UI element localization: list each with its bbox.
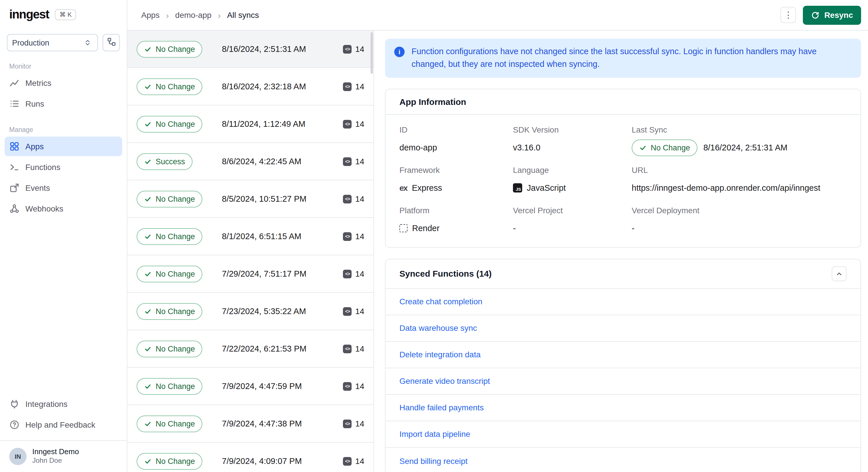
- sync-status-cell: No Change: [136, 378, 222, 395]
- check-icon: [144, 457, 152, 465]
- app-information-grid: ID demo-app SDK Version v3.16.0 Last Syn…: [385, 115, 861, 247]
- sidebar-item-metrics[interactable]: Metrics: [5, 73, 122, 93]
- sidebar-item-apps[interactable]: Apps: [5, 136, 122, 156]
- synced-function-link[interactable]: Handle failed payments: [385, 395, 861, 421]
- functions-count-icon: <>: [343, 419, 352, 428]
- user-name: Inngest Demo: [32, 447, 79, 457]
- content: No Change 8/16/2024, 2:51:31 AM <> 14 No…: [127, 31, 868, 472]
- more-options-button[interactable]: ⋮: [780, 7, 796, 23]
- collapse-button[interactable]: [832, 266, 847, 281]
- chevron-up-icon: [835, 270, 843, 278]
- environment-settings-button[interactable]: [102, 34, 120, 51]
- kebab-icon: ⋮: [784, 10, 793, 20]
- sidebar-footer-nav: Integrations Help and Feedback: [0, 394, 127, 440]
- sync-status-badge: No Change: [136, 41, 203, 57]
- synced-functions-list: Create chat completion Data warehouse sy…: [385, 288, 861, 472]
- sync-list-item[interactable]: No Change 7/9/2024, 4:47:38 PM <> 14: [127, 405, 373, 443]
- last-sync-status-badge: No Change: [632, 139, 698, 156]
- sync-timestamp: 8/16/2024, 2:51:31 AM: [222, 44, 306, 54]
- app-url: https://inngest-demo-app.onrender.com/ap…: [632, 180, 840, 196]
- sync-status-cell: No Change: [136, 78, 222, 95]
- sync-list-item[interactable]: No Change 8/11/2024, 1:12:49 AM <> 14: [127, 105, 373, 143]
- sync-status-badge: No Change: [136, 228, 203, 245]
- functions-count-value: 14: [355, 269, 364, 278]
- sync-list-item[interactable]: No Change 7/9/2024, 4:47:59 PM <> 14: [127, 368, 373, 405]
- resync-label: Resync: [824, 10, 853, 20]
- functions-count-value: 14: [355, 307, 364, 316]
- functions-count-icon: <>: [343, 232, 352, 241]
- sidebar-item-help-and-feedback[interactable]: Help and Feedback: [5, 415, 122, 434]
- sidebar-item-integrations[interactable]: Integrations: [5, 394, 122, 413]
- sync-list-item[interactable]: No Change 8/16/2024, 2:51:31 AM <> 14: [127, 31, 373, 68]
- synced-function-link[interactable]: Create chat completion: [385, 288, 861, 315]
- sync-status-cell: No Change: [136, 116, 222, 132]
- sync-status-label: No Change: [156, 232, 195, 241]
- user-profile[interactable]: IN Inngest Demo John Doe: [0, 440, 127, 472]
- integrations-icon: [9, 399, 20, 409]
- synced-function-link[interactable]: Import data pipeline: [385, 421, 861, 447]
- functions-count-value: 14: [355, 157, 364, 166]
- sync-function-count: <> 14: [343, 119, 364, 128]
- functions-count-value: 14: [355, 344, 364, 353]
- functions-count-icon: <>: [343, 45, 352, 53]
- app-root: inngest ⌘ K Production Monitor: [0, 0, 868, 472]
- sync-list-item[interactable]: No Change 7/22/2024, 6:21:53 PM <> 14: [127, 330, 373, 368]
- sidebar-nav-manage: Apps Functions Events Webhooks: [0, 136, 127, 220]
- sidebar-item-events[interactable]: Events: [5, 178, 122, 198]
- synced-function-name: Generate video transcript: [399, 376, 490, 385]
- sync-timestamp: 8/11/2024, 1:12:49 AM: [222, 119, 306, 128]
- breadcrumb-demo-app[interactable]: demo-app: [175, 10, 212, 20]
- sync-status-label: No Change: [156, 307, 195, 316]
- sync-list-item[interactable]: No Change 8/16/2024, 2:32:18 AM <> 14: [127, 68, 373, 105]
- sync-list-item[interactable]: No Change 7/23/2024, 5:35:22 AM <> 14: [127, 293, 373, 330]
- sidebar-item-functions[interactable]: Functions: [5, 157, 122, 177]
- scrollbar-thumb[interactable]: [371, 32, 373, 74]
- sync-status-label: Success: [156, 157, 185, 166]
- synced-function-name: Send billing receipt: [399, 456, 468, 465]
- command-k-shortcut[interactable]: ⌘ K: [55, 9, 76, 20]
- sync-status-badge: No Change: [136, 78, 203, 95]
- functions-count-icon: <>: [343, 382, 352, 390]
- info-banner-text: Function configurations have not changed…: [411, 45, 852, 71]
- check-icon: [144, 308, 152, 315]
- sync-list-item[interactable]: No Change 8/5/2024, 10:51:27 PM <> 14: [127, 180, 373, 218]
- environment-selector[interactable]: Production: [7, 34, 98, 51]
- sidebar-nav-monitor: Metrics Runs: [0, 73, 127, 115]
- synced-function-name: Delete integration data: [399, 350, 481, 359]
- resync-button[interactable]: Resync: [803, 5, 861, 25]
- sync-list-item[interactable]: Success 8/6/2024, 4:22:45 AM <> 14: [127, 143, 373, 180]
- synced-function-name: Data warehouse sync: [399, 323, 477, 333]
- breadcrumb-apps[interactable]: Apps: [141, 10, 160, 20]
- functions-count-icon: <>: [343, 120, 352, 128]
- sync-status-cell: No Change: [136, 415, 222, 432]
- chevron-right-icon: ›: [218, 10, 221, 20]
- sync-function-count: <> 14: [343, 194, 364, 203]
- avatar: IN: [9, 448, 27, 465]
- functions-count-icon: <>: [343, 157, 352, 166]
- synced-function-link[interactable]: Send billing receipt: [385, 447, 861, 472]
- refresh-icon: [811, 11, 819, 19]
- sidebar-head: inngest ⌘ K Production: [0, 0, 127, 51]
- synced-function-link[interactable]: Delete integration data: [385, 342, 861, 368]
- sync-list-item[interactable]: No Change 8/1/2024, 6:51:15 AM <> 14: [127, 218, 373, 255]
- synced-function-link[interactable]: Data warehouse sync: [385, 315, 861, 342]
- sync-function-count: <> 14: [343, 82, 364, 91]
- sidebar-item-runs[interactable]: Runs: [5, 94, 122, 114]
- sync-list-item[interactable]: No Change 7/9/2024, 4:09:07 PM <> 14: [127, 443, 373, 472]
- sync-list-item[interactable]: No Change 7/29/2024, 7:51:17 PM <> 14: [127, 255, 373, 293]
- functions-count-value: 14: [355, 119, 364, 128]
- sync-status-cell: Success: [136, 153, 222, 170]
- express-icon: ex: [399, 183, 407, 192]
- breadcrumb: Apps › demo-app › All syncs: [141, 10, 259, 20]
- sidebar-item-label: Functions: [25, 162, 60, 172]
- topbar: Apps › demo-app › All syncs ⋮ Resync: [127, 0, 868, 31]
- sidebar-item-webhooks[interactable]: Webhooks: [5, 199, 122, 218]
- sync-status-label: No Change: [156, 120, 195, 128]
- info-banner: i Function configurations have not chang…: [385, 39, 861, 77]
- sync-timestamp: 7/9/2024, 4:47:59 PM: [222, 381, 302, 391]
- check-icon: [144, 83, 152, 90]
- synced-functions-card: Synced Functions (14) Create chat comple…: [385, 258, 861, 472]
- functions-count-icon: <>: [343, 344, 352, 353]
- section-label-manage: Manage: [9, 126, 118, 133]
- synced-function-link[interactable]: Generate video transcript: [385, 368, 861, 395]
